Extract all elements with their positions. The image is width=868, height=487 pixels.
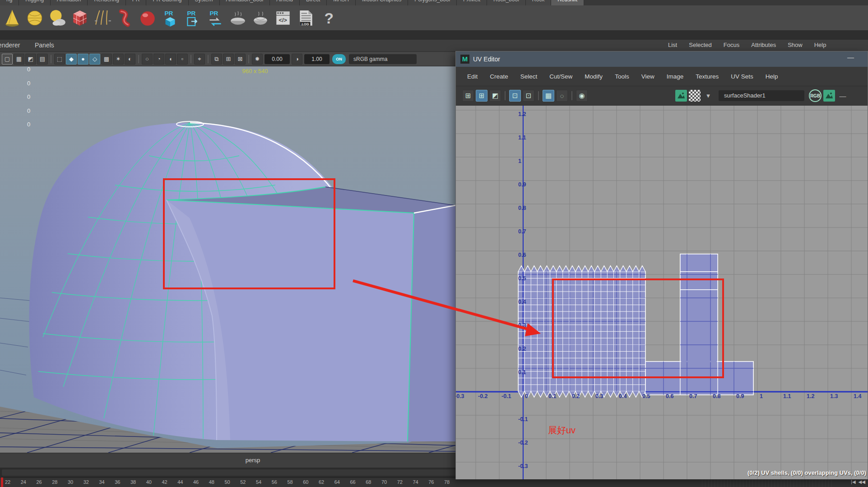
frame-number[interactable]: 56: [268, 479, 281, 485]
uv-tiles-view-icon[interactable]: ⊞: [462, 90, 474, 102]
frame-number[interactable]: 72: [393, 479, 407, 485]
uv-menu-edit[interactable]: Edit: [467, 73, 478, 80]
uv-menu-cut-sew[interactable]: Cut/Sew: [549, 73, 572, 80]
shelf-tab-mash[interactable]: MASH: [327, 0, 356, 5]
uv-menu-select[interactable]: Select: [520, 73, 538, 80]
caret-down-icon-icon[interactable]: ▾: [702, 90, 714, 102]
paint-select-tool-icon[interactable]: ◩: [25, 54, 36, 65]
frame-number[interactable]: 64: [330, 479, 344, 485]
frame-number[interactable]: 66: [346, 479, 360, 485]
attr-menu-help[interactable]: Help: [814, 42, 826, 48]
shelf-tab-airfield[interactable]: Airfield: [270, 0, 300, 5]
snap-surface-icon[interactable]: ▩: [101, 54, 112, 65]
pie-dish-icon[interactable]: [227, 8, 248, 28]
frame-number[interactable]: 38: [126, 479, 140, 485]
snap-grid-icon[interactable]: ⬚: [54, 54, 65, 65]
uv-shaded-tiles-icon[interactable]: ⊞: [476, 90, 487, 102]
shelf-tab-motion-graphics[interactable]: Motion Graphics: [356, 0, 408, 5]
color-management-toggle[interactable]: ON: [332, 54, 346, 64]
contrast-icon-icon[interactable]: ◑: [292, 54, 302, 65]
muscle-curl-icon[interactable]: [115, 8, 135, 28]
pie-dish-2-icon[interactable]: [250, 8, 271, 28]
view-transform-select[interactable]: sRGB gamma: [349, 54, 417, 64]
frame-number[interactable]: 32: [79, 479, 93, 485]
paint-effects-swatch-icon[interactable]: ▫: [177, 54, 188, 65]
shader-name-field[interactable]: surfaceShader1: [719, 90, 804, 101]
make-live-icon[interactable]: ✶: [113, 54, 124, 65]
current-frame-marker[interactable]: [1, 478, 3, 487]
uv-shell-outline-icon[interactable]: ◌: [556, 90, 568, 102]
image-plane-back-icon[interactable]: ⊞: [223, 54, 234, 65]
select-tool-icon[interactable]: ▢: [2, 54, 13, 65]
uv-texture-borders-icon[interactable]: ⊡: [509, 90, 521, 102]
shelf-tab-redshift[interactable]: Redshift: [551, 0, 584, 5]
frame-number[interactable]: 60: [299, 479, 312, 485]
panels-menu[interactable]: Panels: [35, 42, 54, 49]
frame-number[interactable]: 26: [32, 479, 46, 485]
uv-texture-borders-off-icon[interactable]: ⊡: [523, 90, 534, 102]
playback-controls[interactable]: |◀◀◀: [851, 479, 865, 484]
frame-number[interactable]: 28: [48, 479, 61, 485]
attr-menu-attributes[interactable]: Attributes: [751, 42, 776, 48]
render-settings-icon[interactable]: ◖: [165, 54, 176, 65]
cone-primitive-icon[interactable]: [2, 8, 23, 28]
snap-point-icon[interactable]: ●: [78, 54, 88, 65]
gamma-field[interactable]: 1.00: [304, 54, 330, 64]
open-render-view-icon[interactable]: ○: [142, 54, 153, 65]
hair-strands-icon[interactable]: [92, 8, 113, 28]
frame-number[interactable]: 46: [189, 479, 203, 485]
frame-number[interactable]: 44: [173, 479, 187, 485]
texture-image-icon[interactable]: [675, 90, 687, 102]
attr-menu-selected[interactable]: Selected: [689, 42, 712, 48]
uv-menu-help[interactable]: Help: [766, 73, 778, 80]
frame-number[interactable]: 36: [111, 479, 124, 485]
uv-half-shaded-icon[interactable]: ◩: [489, 90, 501, 102]
construction-history-icon[interactable]: ◐: [125, 54, 135, 65]
shelf-tab-animation[interactable]: Animation: [51, 0, 88, 5]
ipr-render-icon[interactable]: ◔: [153, 54, 164, 65]
shelf-tab-rock[interactable]: Rock: [526, 0, 551, 5]
frame-number[interactable]: 74: [409, 479, 422, 485]
help-icon[interactable]: ?: [318, 8, 339, 28]
attr-menu-show[interactable]: Show: [788, 42, 803, 48]
uv-menu-modify[interactable]: Modify: [585, 73, 603, 80]
red-sphere-icon[interactable]: [137, 8, 158, 28]
pr-export-icon[interactable]: PR: [182, 8, 203, 28]
snap-projected-center-icon[interactable]: ◇: [89, 54, 100, 65]
selection-highlight-icon[interactable]: ⌖: [194, 54, 205, 65]
frame-number[interactable]: 52: [236, 479, 250, 485]
exposure-field[interactable]: 0.00: [265, 54, 290, 64]
shelf-tab-polygons-bool[interactable]: Polygons_bool: [408, 0, 457, 5]
renderer-menu[interactable]: Renderer: [0, 42, 25, 49]
frame-number[interactable]: 78: [440, 479, 454, 485]
toolbar-dash-icon[interactable]: —: [837, 90, 849, 102]
frame-number[interactable]: 30: [64, 479, 77, 485]
code-window-icon[interactable]: </>: [273, 8, 293, 28]
shelf-tab-pr-caching[interactable]: PR Caching: [146, 0, 188, 5]
frame-number[interactable]: 24: [17, 479, 30, 485]
pr-cube-icon[interactable]: PR: [160, 8, 181, 28]
shelf-tab-rigging[interactable]: Rigging: [19, 0, 51, 5]
uv-editor-titlebar[interactable]: M UV Editor —: [456, 51, 868, 67]
frame-number[interactable]: 50: [221, 479, 234, 485]
shelf-tab-pr[interactable]: PR: [126, 0, 147, 5]
minimize-button[interactable]: —: [847, 53, 854, 61]
checker-map-icon[interactable]: [689, 90, 701, 102]
texture-image-2-icon[interactable]: [823, 90, 835, 102]
frame-number[interactable]: 76: [424, 479, 438, 485]
log-file-icon[interactable]: .LOG: [295, 8, 316, 28]
frame-number[interactable]: 42: [158, 479, 172, 485]
frame-number[interactable]: 40: [142, 479, 156, 485]
uv-snapshot-camera-icon[interactable]: ◉: [576, 90, 588, 102]
frame-number[interactable]: 48: [205, 479, 218, 485]
rgb-channels-icon[interactable]: RGB: [809, 89, 822, 102]
pr-transfer-icon[interactable]: PR: [205, 8, 226, 28]
frame-number[interactable]: 68: [362, 479, 375, 485]
uv-menu-image[interactable]: Image: [667, 73, 684, 80]
frame-number[interactable]: 62: [315, 479, 328, 485]
uv-menu-uv-sets[interactable]: UV Sets: [731, 73, 753, 80]
marquee-tool-icon[interactable]: ▤: [37, 54, 48, 65]
sphere-cloud-icon[interactable]: [47, 8, 68, 28]
playback-button[interactable]: ◀◀: [859, 479, 865, 484]
shelf-tab-system[interactable]: System: [189, 0, 220, 5]
